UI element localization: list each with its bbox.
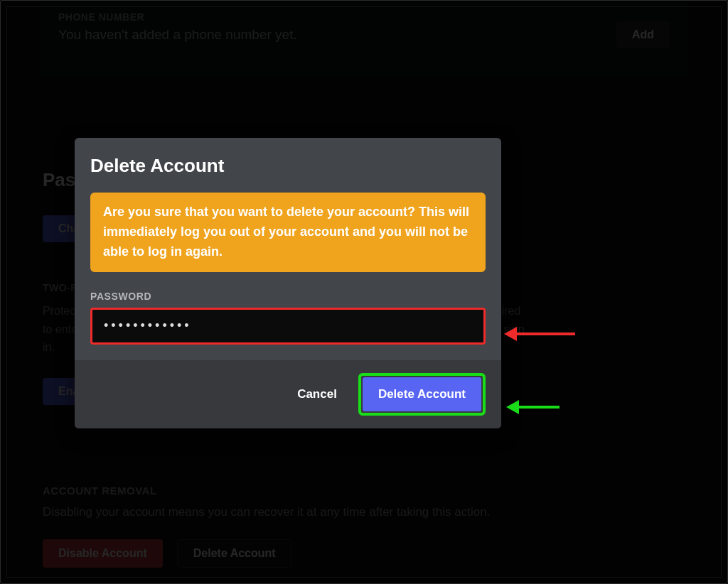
modal-warning: Are you sure that you want to delete you… <box>90 193 486 272</box>
password-input[interactable] <box>90 308 486 345</box>
cancel-button[interactable]: Cancel <box>283 379 351 410</box>
confirm-delete-button[interactable]: Delete Account <box>363 377 481 411</box>
password-label: PASSWORD <box>90 291 486 302</box>
delete-account-modal: Delete Account Are you sure that you wan… <box>75 138 501 428</box>
settings-page: PHONE NUMBER You haven't added a phone n… <box>0 0 728 584</box>
modal-title: Delete Account <box>90 155 486 177</box>
modal-footer: Cancel Delete Account <box>75 360 501 428</box>
arrow-green-icon <box>506 402 560 412</box>
arrow-red-icon <box>504 329 575 339</box>
delete-button-highlight: Delete Account <box>358 373 486 416</box>
